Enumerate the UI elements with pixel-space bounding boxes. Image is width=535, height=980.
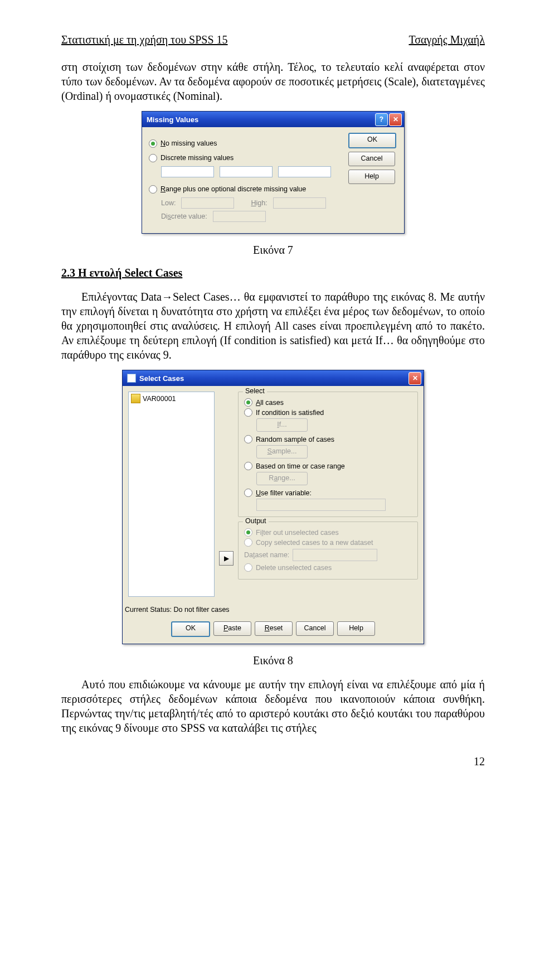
variable-name: VAR00001 (143, 395, 176, 403)
header-left: Στατιστική με τη χρήση του SPSS 15 (61, 33, 228, 46)
scale-icon (131, 394, 140, 403)
radio-label: No missing values (160, 139, 217, 147)
discrete-value-row: Discrete value: (161, 211, 397, 222)
dialog-title: Missing Values (147, 115, 375, 124)
radio-icon (244, 398, 252, 407)
radio-label: Use filter variable: (256, 489, 312, 497)
radio-icon (244, 462, 252, 470)
discrete-input-2[interactable] (220, 166, 273, 177)
radio-label: All cases (256, 399, 284, 407)
select-group: Select All cases If condition is satisfi… (238, 392, 418, 517)
if-button: If... (256, 418, 308, 432)
help-button[interactable]: Help (348, 170, 395, 184)
select-cases-dialog: Select Cases ✕ VAR00001 ▶ Select All cas… (122, 370, 424, 644)
radio-label: Filter out unselected cases (256, 529, 339, 537)
paragraph-3: Αυτό που επιδιώκουμε να κάνουμε με αυτήν… (61, 677, 485, 735)
paste-button[interactable]: Paste (213, 621, 251, 636)
radio-copy-dataset: Copy selected cases to a new dataset (244, 538, 412, 547)
ok-button[interactable]: OK (348, 133, 396, 148)
radio-use-filter[interactable]: Use filter variable: (244, 489, 412, 497)
dialog-bottom-buttons: OK Paste Reset Cancel Help (123, 618, 424, 644)
discrete-value-label: Discrete value: (161, 213, 207, 220)
list-item[interactable]: VAR00001 (131, 394, 212, 403)
reset-button[interactable]: Reset (255, 621, 293, 636)
radio-all-cases[interactable]: All cases (244, 398, 412, 407)
radio-random-sample[interactable]: Random sample of cases (244, 435, 412, 443)
low-label: Low: (161, 199, 176, 207)
filter-variable-input (256, 499, 386, 511)
radio-icon (244, 489, 252, 497)
high-label: High: (251, 199, 267, 207)
discrete-input-3[interactable] (278, 166, 331, 177)
radio-range[interactable]: Range plus one optional discrete missing… (149, 183, 397, 195)
help-button[interactable]: Help (337, 621, 375, 636)
figure-7-caption: Εικόνα 7 (61, 244, 485, 257)
dialog-title: Select Cases (139, 374, 408, 383)
radio-filter-out: Filter out unselected cases (244, 528, 412, 537)
move-right-button[interactable]: ▶ (219, 551, 234, 566)
page-number: 12 (61, 755, 485, 768)
group-legend: Select (243, 387, 267, 395)
radio-icon (149, 139, 157, 148)
filter-variable-row (256, 499, 412, 511)
ok-button[interactable]: OK (171, 621, 210, 637)
radio-label: Random sample of cases (256, 436, 334, 443)
radio-icon (244, 528, 252, 537)
dataset-name-label: Dataset name: (244, 551, 289, 559)
radio-icon (244, 435, 252, 443)
titlebar-buttons: ✕ (408, 372, 421, 385)
range-button: Range... (256, 472, 308, 485)
variable-list[interactable]: VAR00001 (128, 392, 215, 597)
radio-label: Based on time or case range (256, 462, 345, 470)
radio-time-range[interactable]: Based on time or case range (244, 462, 412, 470)
paragraph-2: Επιλέγοντας Data→Select Cases… θα εμφανι… (61, 289, 485, 362)
help-icon[interactable]: ? (375, 113, 388, 126)
low-input (181, 197, 234, 209)
close-icon[interactable]: ✕ (389, 113, 402, 126)
dataset-name-row: Dataset name: (244, 549, 412, 561)
sample-button: Sample... (256, 445, 308, 458)
output-group: Output Filter out unselected cases Copy … (238, 522, 418, 580)
missing-values-dialog: Missing Values ? ✕ OK Cancel Help No mis… (142, 111, 405, 234)
low-high-row: Low: High: (161, 197, 397, 209)
radio-label: Range plus one optional discrete missing… (160, 185, 306, 193)
dialog-body: VAR00001 ▶ Select All cases If condition… (123, 386, 424, 602)
right-panel: Select All cases If condition is satisfi… (238, 392, 418, 597)
page-header: Στατιστική με τη χρήση του SPSS 15 Τσαγρ… (61, 33, 485, 46)
discrete-value-input (213, 211, 266, 222)
page: Στατιστική με τη χρήση του SPSS 15 Τσαγρ… (0, 0, 535, 790)
dataset-name-input (293, 549, 377, 561)
radio-icon (244, 408, 252, 417)
cancel-button[interactable]: Cancel (296, 621, 334, 636)
radio-icon (244, 563, 252, 572)
high-input (273, 197, 326, 209)
app-icon (127, 374, 136, 383)
radio-delete-unselected: Delete unselected cases (244, 563, 412, 572)
paragraph-1: στη στοίχιση των δεδομένων στην κάθε στή… (61, 60, 485, 103)
dialog-body: OK Cancel Help No missing values Discret… (142, 127, 404, 233)
figure-8-caption: Εικόνα 8 (61, 654, 485, 667)
dialog-button-column: OK Cancel Help (348, 133, 396, 184)
radio-label: If condition is satisfied (256, 409, 324, 417)
radio-icon (149, 185, 157, 194)
cancel-button[interactable]: Cancel (348, 152, 395, 166)
discrete-input-1[interactable] (161, 166, 214, 177)
titlebar-buttons: ? ✕ (375, 113, 402, 126)
radio-label: Delete unselected cases (256, 564, 332, 572)
dialog-titlebar[interactable]: Select Cases ✕ (123, 370, 424, 386)
dialog-titlebar[interactable]: Missing Values ? ✕ (142, 112, 404, 127)
radio-label: Discrete missing values (160, 154, 234, 162)
radio-label: Copy selected cases to a new dataset (256, 539, 373, 547)
radio-if-condition[interactable]: If condition is satisfied (244, 408, 412, 417)
section-heading: 2.3 Η εντολή Select Cases (61, 267, 485, 279)
header-right: Τσαγρής Μιχαήλ (408, 33, 485, 46)
radio-icon (244, 538, 252, 547)
close-icon[interactable]: ✕ (408, 372, 421, 385)
status-text: Current Status: Do not filter cases (125, 606, 421, 614)
group-legend: Output (243, 517, 269, 525)
radio-icon (149, 154, 157, 162)
